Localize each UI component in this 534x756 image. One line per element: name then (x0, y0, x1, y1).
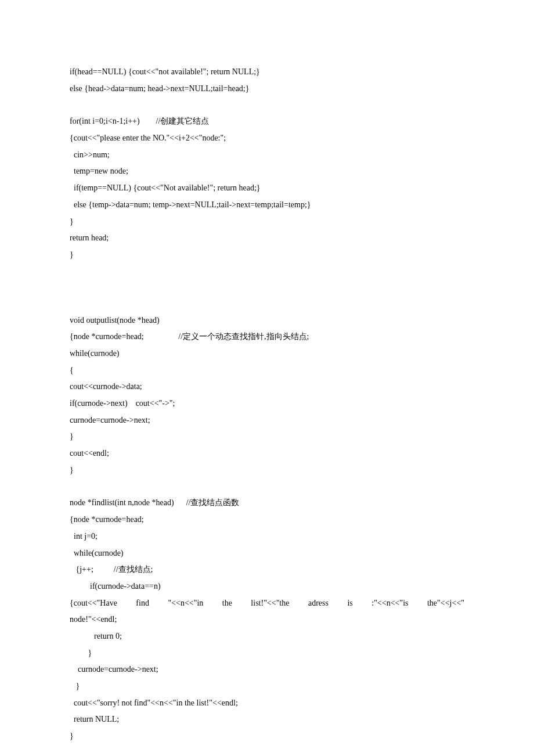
code-line: while(curnode) (70, 545, 464, 562)
code-line: } (70, 429, 464, 445)
code-line: else {temp->data=num; temp->next=NULL;ta… (70, 197, 464, 214)
code-line: { (70, 362, 464, 379)
blank-line (70, 296, 464, 312)
blank-line (70, 478, 464, 495)
code-line: if(curnode->next) cout<<"->"; (70, 395, 464, 412)
code-line: if(curnode->data==n) (70, 578, 464, 595)
code-line: return head; (70, 230, 464, 247)
code-line: } (70, 214, 464, 231)
code-line: else {head->data=num; head->next=NULL;ta… (70, 81, 464, 98)
code-line: while(curnode) (70, 345, 464, 362)
code-line: curnode=curnode->next; (70, 661, 464, 678)
code-line: } (70, 728, 464, 745)
blank-line (70, 264, 464, 280)
code-line: } (70, 462, 464, 479)
code-line: {node *curnode=head; (70, 512, 464, 528)
code-line: cin>>num; (70, 147, 464, 164)
code-line: cout<<curnode->data; (70, 379, 464, 395)
code-line: return 0; (70, 628, 464, 645)
code-line: {j++; //查找结点; (70, 561, 464, 578)
code-page: if(head==NULL) {cout<<"not available!"; … (0, 0, 534, 756)
blank-line (70, 97, 464, 113)
code-line: } (70, 247, 464, 264)
code-line: if(temp==NULL) {cout<<"Not available!"; … (70, 180, 464, 197)
code-line: return NULL; (70, 711, 464, 728)
code-line: } (70, 678, 464, 695)
code-line: cout<<"sorry! not find"<<n<<"in the list… (70, 695, 464, 712)
code-line: void outputlist(node *head) (70, 312, 464, 329)
code-line: curnode=curnode->next; (70, 412, 464, 429)
code-line: int j=0; (70, 528, 464, 545)
code-line: temp=new node; (70, 163, 464, 180)
blank-line (70, 280, 464, 296)
code-line: node!"<<endl; (70, 611, 464, 628)
code-line: {cout<<"please enter the NO."<<i+2<<"nod… (70, 130, 464, 147)
code-line: {node *curnode=head; //定义一个动态查找指针,指向头结点; (70, 329, 464, 345)
code-line: node *findlist(int n,node *head) //查找结点函… (70, 495, 464, 512)
code-line: if(head==NULL) {cout<<"not available!"; … (70, 64, 464, 81)
code-line: {cout<<"Have find "<<n<<"in the list!"<<… (70, 595, 464, 612)
blank-line (70, 745, 464, 756)
code-line: for(int i=0;i<n-1;i++) //创建其它结点 (70, 113, 464, 130)
code-line: } (70, 645, 464, 662)
code-line: cout<<endl; (70, 445, 464, 462)
